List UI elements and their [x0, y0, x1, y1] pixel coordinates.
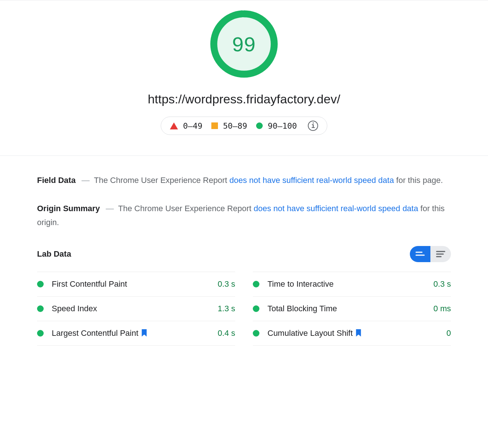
metric-value: 0.4 s: [218, 328, 235, 338]
field-data-dash: —: [81, 176, 90, 185]
triangle-icon: [170, 122, 178, 129]
field-data-prefix: The Chrome User Experience Report: [94, 176, 229, 185]
score-legend: 0–49 50–89 90–100 i: [161, 117, 328, 135]
status-dot-icon: [253, 305, 259, 312]
status-dot-icon: [253, 281, 259, 287]
legend-bad-label: 0–49: [183, 121, 203, 131]
metric-row[interactable]: Total Blocking Time0 ms: [253, 296, 451, 321]
status-dot-icon: [253, 330, 259, 337]
lab-metrics-right: Time to Interactive0.3 sTotal Blocking T…: [253, 272, 451, 346]
origin-summary-section: Origin Summary — The Chrome User Experie…: [37, 202, 451, 229]
legend-mid: 50–89: [211, 121, 247, 131]
metric-name: Cumulative Layout Shift: [267, 328, 447, 338]
field-data-suffix: for this page.: [394, 176, 443, 185]
metric-name: Time to Interactive: [267, 279, 433, 289]
legend-bad: 0–49: [170, 121, 203, 131]
lab-data-title: Lab Data: [37, 249, 71, 259]
metric-row[interactable]: First Contentful Paint0.3 s: [37, 272, 235, 296]
square-icon: [211, 122, 218, 129]
bookmark-icon: [356, 329, 362, 337]
metric-value: 0.3 s: [218, 279, 235, 289]
metric-row[interactable]: Cumulative Layout Shift0: [253, 321, 451, 346]
metric-name: First Contentful Paint: [52, 279, 218, 289]
origin-summary-title: Origin Summary: [37, 204, 100, 213]
compact-view-icon: [415, 251, 425, 257]
metric-value: 0.3 s: [433, 279, 451, 289]
lab-data-header: Lab Data: [37, 246, 451, 262]
metric-row[interactable]: Speed Index1.3 s: [37, 296, 235, 321]
metric-name: Largest Contentful Paint: [52, 328, 218, 338]
score-header: 99 https://wordpress.fridayfactory.dev/ …: [0, 0, 488, 156]
metric-name: Total Blocking Time: [267, 304, 433, 313]
metric-value: 0 ms: [433, 304, 451, 313]
legend-good-label: 90–100: [268, 121, 297, 131]
score-gauge: 99: [209, 9, 279, 79]
status-dot-icon: [37, 281, 44, 287]
expanded-view-icon: [436, 250, 445, 258]
status-dot-icon: [37, 305, 44, 312]
view-toggle-compact[interactable]: [410, 246, 430, 262]
analyzed-url: https://wordpress.fridayfactory.dev/: [148, 92, 340, 106]
lab-metrics-left: First Contentful Paint0.3 sSpeed Index1.…: [37, 272, 235, 346]
metric-name: Speed Index: [52, 304, 218, 313]
circle-icon: [256, 122, 263, 129]
metric-value: 0: [447, 328, 451, 338]
view-toggle: [410, 246, 451, 262]
metric-row[interactable]: Time to Interactive0.3 s: [253, 272, 451, 296]
origin-summary-prefix: The Chrome User Experience Report: [118, 204, 254, 213]
origin-summary-link[interactable]: does not have sufficient real-world spee…: [254, 204, 418, 213]
field-data-title: Field Data: [37, 176, 76, 185]
score-value: 99: [209, 9, 279, 79]
view-toggle-expanded[interactable]: [430, 246, 451, 262]
origin-summary-dash: —: [106, 204, 114, 213]
metric-value: 1.3 s: [218, 304, 235, 313]
metric-row[interactable]: Largest Contentful Paint0.4 s: [37, 321, 235, 346]
info-icon[interactable]: i: [308, 121, 318, 131]
legend-mid-label: 50–89: [223, 121, 247, 131]
status-dot-icon: [37, 330, 44, 337]
field-data-section: Field Data — The Chrome User Experience …: [37, 173, 451, 187]
lab-metrics: First Contentful Paint0.3 sSpeed Index1.…: [37, 272, 451, 346]
legend-good: 90–100: [256, 121, 297, 131]
bookmark-icon: [141, 329, 148, 337]
field-data-link[interactable]: does not have sufficient real-world spee…: [229, 176, 394, 185]
